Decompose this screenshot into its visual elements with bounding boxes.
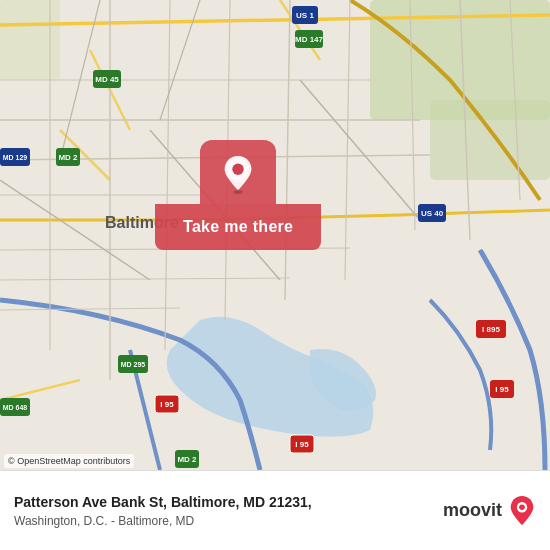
location-pin-area (200, 140, 276, 204)
svg-text:I 895: I 895 (482, 325, 500, 334)
svg-point-64 (233, 190, 243, 194)
osm-attribution: © OpenStreetMap contributors (4, 454, 134, 468)
map-container: US 1 MD 147 MD 45 MD 2 MD 129 US 40 I 95… (0, 0, 550, 470)
svg-text:I 95: I 95 (160, 400, 174, 409)
svg-rect-2 (430, 100, 550, 180)
svg-text:MD 2: MD 2 (58, 153, 78, 162)
svg-text:I 95: I 95 (495, 385, 509, 394)
svg-text:MD 45: MD 45 (95, 75, 119, 84)
address-info: Patterson Ave Bank St, Baltimore, MD 212… (14, 493, 433, 527)
svg-text:MD 147: MD 147 (295, 35, 324, 44)
svg-text:I 95: I 95 (295, 440, 309, 449)
take-me-there-container: Take me there (155, 140, 321, 250)
svg-text:MD 295: MD 295 (121, 361, 146, 368)
info-bar: Patterson Ave Bank St, Baltimore, MD 212… (0, 470, 550, 550)
svg-text:MD 648: MD 648 (3, 404, 28, 411)
svg-point-67 (519, 504, 525, 510)
moovit-text: moovit (443, 500, 502, 521)
address-line: Patterson Ave Bank St, Baltimore, MD 212… (14, 493, 433, 511)
svg-text:US 1: US 1 (296, 11, 314, 20)
take-me-there-button[interactable]: Take me there (155, 204, 321, 250)
svg-text:MD 2: MD 2 (177, 455, 197, 464)
svg-text:MD 129: MD 129 (3, 154, 28, 161)
svg-rect-3 (0, 0, 60, 80)
location-pin-icon (220, 154, 256, 194)
svg-point-65 (232, 164, 243, 175)
moovit-logo: moovit (443, 495, 536, 527)
sub-address: Washington, D.C. - Baltimore, MD (14, 514, 433, 528)
moovit-pin-icon (508, 495, 536, 527)
svg-text:US 40: US 40 (421, 209, 444, 218)
